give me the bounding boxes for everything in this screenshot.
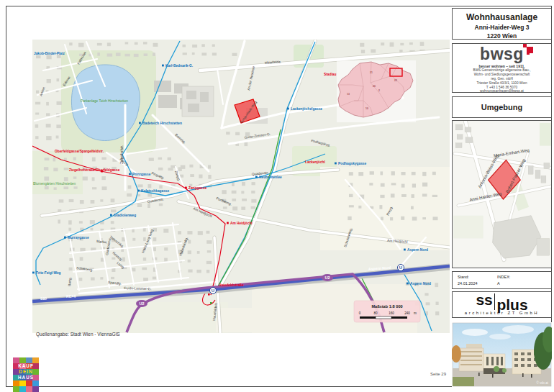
building — [144, 53, 148, 56]
building — [391, 171, 395, 176]
transit-stop-marker — [407, 283, 409, 285]
building — [178, 167, 182, 171]
building — [206, 261, 212, 264]
building — [252, 182, 255, 185]
building — [381, 42, 384, 45]
kdh-color-tile — [13, 380, 19, 386]
building — [422, 183, 427, 187]
scale-tick: 240 — [404, 311, 410, 315]
building — [432, 195, 437, 197]
map-label: Hausfeldstraße — [219, 283, 244, 287]
building — [47, 55, 52, 60]
building — [198, 231, 203, 235]
transit-stop-marker — [255, 176, 258, 178]
building — [251, 191, 255, 193]
building — [101, 176, 106, 180]
bwsg-logo: bwsg — [480, 46, 524, 63]
kdh-color-tile — [26, 386, 32, 392]
building — [371, 49, 376, 53]
building — [232, 183, 235, 186]
plan-document-page: { "page": { "seite": "Seite 29", "source… — [0, 0, 554, 392]
building — [153, 237, 157, 241]
scale-unit: m — [414, 311, 417, 315]
building — [232, 53, 237, 56]
building — [178, 231, 181, 234]
building — [46, 113, 50, 116]
bus-stop-red-dot — [208, 293, 210, 296]
building — [401, 216, 404, 220]
building — [192, 45, 197, 47]
project-address: Anni-Haider-Weg 3 — [453, 24, 551, 31]
building — [188, 250, 191, 254]
building — [412, 216, 417, 220]
building — [116, 53, 121, 56]
index-column: INDEX: A — [497, 274, 510, 287]
vienna-inset: 21 22 20 2 10 13 — [337, 60, 416, 122]
kdh-color-tile — [32, 380, 39, 386]
building — [189, 165, 193, 168]
kdh-color-tile — [19, 380, 26, 386]
building — [53, 158, 56, 162]
building — [183, 53, 187, 55]
building — [424, 293, 428, 296]
map-label: S80 — [40, 296, 47, 301]
building — [35, 136, 38, 139]
building — [158, 158, 163, 160]
u-station-letter: U — [399, 265, 402, 270]
building — [143, 257, 146, 261]
building — [433, 216, 438, 220]
building — [112, 257, 115, 260]
building — [241, 206, 245, 210]
map-label: Fritz-Feigl-Weg — [36, 271, 61, 275]
building — [83, 177, 88, 181]
building — [46, 124, 51, 127]
map-label: Stadlau — [324, 73, 336, 76]
building — [125, 54, 130, 57]
building — [107, 42, 111, 46]
building — [64, 158, 67, 161]
building — [159, 186, 163, 189]
building — [361, 50, 365, 53]
building — [45, 186, 49, 190]
building — [158, 168, 163, 170]
building — [196, 270, 201, 273]
building — [251, 199, 256, 203]
bwsg-logo-square-icon — [527, 52, 530, 55]
building — [380, 195, 384, 198]
architect-name: architektur ZT GmbH — [453, 311, 551, 315]
building — [390, 42, 394, 47]
building — [412, 194, 414, 198]
map-label: Oberfeldgasse/Spargelfeldstr. — [55, 150, 104, 153]
district-number: 22 — [394, 79, 397, 82]
kdh-color-tile — [32, 357, 39, 363]
building — [59, 199, 64, 202]
project-title: Wohnhausanlage — [453, 12, 551, 22]
building — [143, 278, 148, 281]
building — [401, 172, 406, 175]
building — [381, 183, 385, 187]
building — [68, 228, 71, 231]
kdh-color-tile — [26, 357, 32, 363]
building — [100, 199, 103, 201]
scale-tick: 160 — [389, 311, 394, 315]
u2-shield-label: U2 — [324, 275, 330, 280]
bwsg-logo-block: bwsg besser wohnen – seit 1911. BWS Geme… — [452, 43, 552, 93]
transit-stop-marker — [335, 163, 337, 165]
building — [164, 247, 168, 250]
map-label: Badeteich Hirschstetten — [142, 122, 182, 125]
building — [35, 113, 39, 115]
building — [138, 184, 143, 187]
u2-shield: U2 — [136, 300, 147, 307]
building — [409, 42, 413, 45]
map-label: Am Heidjöchl — [230, 222, 253, 225]
map-label: Ziegelhofstraße/Oberfeldgasse — [69, 168, 120, 172]
building — [90, 220, 95, 224]
stand-label: Stand: — [458, 274, 478, 281]
building — [149, 158, 154, 161]
building — [163, 229, 168, 233]
building — [47, 79, 51, 83]
building — [251, 206, 255, 209]
building — [432, 172, 436, 176]
scale-title: Maßstab 1:8 000 — [371, 304, 402, 309]
building — [360, 43, 364, 47]
